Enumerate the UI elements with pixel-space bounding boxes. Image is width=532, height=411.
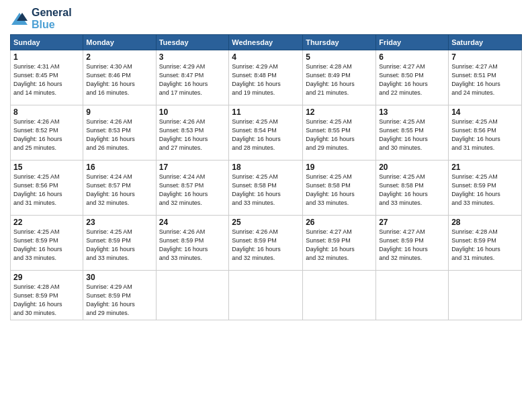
day-info: Sunrise: 4:26 AM Sunset: 8:53 PM Dayligh… <box>86 118 152 152</box>
day-number: 25 <box>232 218 300 227</box>
calendar-cell: 13Sunrise: 4:25 AM Sunset: 8:55 PM Dayli… <box>376 105 449 161</box>
calendar-cell: 21Sunrise: 4:25 AM Sunset: 8:59 PM Dayli… <box>449 161 522 216</box>
calendar-cell: 18Sunrise: 4:25 AM Sunset: 8:58 PM Dayli… <box>229 161 303 216</box>
calendar-table: SundayMondayTuesdayWednesdayThursdayFrid… <box>10 34 522 320</box>
day-info: Sunrise: 4:31 AM Sunset: 8:45 PM Dayligh… <box>13 62 80 97</box>
day-info: Sunrise: 4:25 AM Sunset: 8:58 PM Dayligh… <box>306 173 373 208</box>
calendar-cell: 9Sunrise: 4:26 AM Sunset: 8:53 PM Daylig… <box>83 105 156 161</box>
logo-text-line2: Blue <box>32 19 72 31</box>
day-number: 13 <box>379 107 445 117</box>
day-number: 3 <box>159 52 226 62</box>
calendar-cell <box>449 271 522 320</box>
calendar-week-row: 15Sunrise: 4:25 AM Sunset: 8:56 PM Dayli… <box>11 161 522 216</box>
day-info: Sunrise: 4:25 AM Sunset: 8:56 PM Dayligh… <box>13 173 80 208</box>
day-info: Sunrise: 4:25 AM Sunset: 8:58 PM Dayligh… <box>379 173 445 208</box>
calendar-cell: 8Sunrise: 4:26 AM Sunset: 8:52 PM Daylig… <box>11 105 83 161</box>
col-header-wednesday: Wednesday <box>229 35 303 50</box>
calendar-week-row: 8Sunrise: 4:26 AM Sunset: 8:52 PM Daylig… <box>11 105 522 161</box>
logo-icon <box>10 11 29 26</box>
calendar-cell: 7Sunrise: 4:27 AM Sunset: 8:51 PM Daylig… <box>449 50 522 105</box>
col-header-sunday: Sunday <box>11 35 83 50</box>
calendar-week-row: 1Sunrise: 4:31 AM Sunset: 8:45 PM Daylig… <box>11 50 522 105</box>
calendar-cell: 26Sunrise: 4:27 AM Sunset: 8:59 PM Dayli… <box>303 216 376 271</box>
calendar-cell: 20Sunrise: 4:25 AM Sunset: 8:58 PM Dayli… <box>376 161 449 216</box>
day-number: 15 <box>13 163 80 172</box>
calendar-cell <box>229 271 303 320</box>
day-info: Sunrise: 4:27 AM Sunset: 8:50 PM Dayligh… <box>379 62 445 97</box>
day-info: Sunrise: 4:30 AM Sunset: 8:46 PM Dayligh… <box>86 62 152 97</box>
day-info: Sunrise: 4:28 AM Sunset: 8:49 PM Dayligh… <box>306 62 373 97</box>
day-info: Sunrise: 4:26 AM Sunset: 8:59 PM Dayligh… <box>159 228 226 263</box>
col-header-monday: Monday <box>83 35 156 50</box>
day-info: Sunrise: 4:28 AM Sunset: 8:59 PM Dayligh… <box>451 228 519 263</box>
day-info: Sunrise: 4:29 AM Sunset: 8:48 PM Dayligh… <box>232 62 300 97</box>
calendar-cell <box>303 271 376 320</box>
calendar-cell: 1Sunrise: 4:31 AM Sunset: 8:45 PM Daylig… <box>11 50 83 105</box>
day-number: 28 <box>451 218 519 227</box>
day-number: 22 <box>13 218 80 227</box>
day-number: 27 <box>379 218 445 227</box>
day-number: 10 <box>159 107 226 117</box>
calendar-cell <box>156 271 229 320</box>
day-number: 26 <box>306 218 373 227</box>
day-number: 29 <box>13 273 80 282</box>
day-info: Sunrise: 4:25 AM Sunset: 8:55 PM Dayligh… <box>379 118 445 152</box>
calendar-cell: 29Sunrise: 4:28 AM Sunset: 8:59 PM Dayli… <box>11 271 83 320</box>
calendar-cell: 5Sunrise: 4:28 AM Sunset: 8:49 PM Daylig… <box>303 50 376 105</box>
calendar-cell: 25Sunrise: 4:26 AM Sunset: 8:59 PM Dayli… <box>229 216 303 271</box>
day-number: 2 <box>86 52 152 62</box>
day-info: Sunrise: 4:26 AM Sunset: 8:59 PM Dayligh… <box>232 228 300 263</box>
calendar-cell: 14Sunrise: 4:25 AM Sunset: 8:56 PM Dayli… <box>449 105 522 161</box>
day-number: 6 <box>379 52 445 62</box>
day-info: Sunrise: 4:27 AM Sunset: 8:59 PM Dayligh… <box>379 228 445 263</box>
calendar-cell: 24Sunrise: 4:26 AM Sunset: 8:59 PM Dayli… <box>156 216 229 271</box>
calendar-cell: 19Sunrise: 4:25 AM Sunset: 8:58 PM Dayli… <box>303 161 376 216</box>
calendar-cell: 4Sunrise: 4:29 AM Sunset: 8:48 PM Daylig… <box>229 50 303 105</box>
day-info: Sunrise: 4:28 AM Sunset: 8:59 PM Dayligh… <box>13 283 80 318</box>
day-number: 18 <box>232 163 300 172</box>
calendar-cell: 17Sunrise: 4:24 AM Sunset: 8:57 PM Dayli… <box>156 161 229 216</box>
day-number: 8 <box>13 107 80 117</box>
day-number: 23 <box>86 218 152 227</box>
day-info: Sunrise: 4:24 AM Sunset: 8:57 PM Dayligh… <box>86 173 152 208</box>
col-header-tuesday: Tuesday <box>156 35 229 50</box>
calendar-week-row: 29Sunrise: 4:28 AM Sunset: 8:59 PM Dayli… <box>11 271 522 320</box>
day-info: Sunrise: 4:24 AM Sunset: 8:57 PM Dayligh… <box>159 173 226 208</box>
day-info: Sunrise: 4:25 AM Sunset: 8:59 PM Dayligh… <box>13 228 80 263</box>
calendar-header-row: SundayMondayTuesdayWednesdayThursdayFrid… <box>11 35 522 50</box>
calendar-cell: 2Sunrise: 4:30 AM Sunset: 8:46 PM Daylig… <box>83 50 156 105</box>
day-info: Sunrise: 4:27 AM Sunset: 8:59 PM Dayligh… <box>306 228 373 263</box>
header: General Blue <box>10 7 522 30</box>
col-header-friday: Friday <box>376 35 449 50</box>
calendar-week-row: 22Sunrise: 4:25 AM Sunset: 8:59 PM Dayli… <box>11 216 522 271</box>
day-info: Sunrise: 4:29 AM Sunset: 8:47 PM Dayligh… <box>159 62 226 97</box>
calendar-cell: 3Sunrise: 4:29 AM Sunset: 8:47 PM Daylig… <box>156 50 229 105</box>
col-header-thursday: Thursday <box>303 35 376 50</box>
logo-text-line1: General <box>32 7 72 19</box>
day-number: 16 <box>86 163 152 172</box>
calendar-cell: 22Sunrise: 4:25 AM Sunset: 8:59 PM Dayli… <box>11 216 83 271</box>
day-number: 30 <box>86 273 152 282</box>
calendar-cell: 10Sunrise: 4:26 AM Sunset: 8:53 PM Dayli… <box>156 105 229 161</box>
page: General Blue SundayMondayTuesdayWednesda… <box>0 0 532 411</box>
calendar-cell <box>376 271 449 320</box>
day-info: Sunrise: 4:26 AM Sunset: 8:52 PM Dayligh… <box>13 118 80 152</box>
day-number: 17 <box>159 163 226 172</box>
calendar-cell: 28Sunrise: 4:28 AM Sunset: 8:59 PM Dayli… <box>449 216 522 271</box>
day-info: Sunrise: 4:26 AM Sunset: 8:53 PM Dayligh… <box>159 118 226 152</box>
day-info: Sunrise: 4:25 AM Sunset: 8:58 PM Dayligh… <box>232 173 300 208</box>
day-info: Sunrise: 4:29 AM Sunset: 8:59 PM Dayligh… <box>86 283 152 318</box>
day-number: 5 <box>306 52 373 62</box>
calendar-cell: 16Sunrise: 4:24 AM Sunset: 8:57 PM Dayli… <box>83 161 156 216</box>
day-info: Sunrise: 4:27 AM Sunset: 8:51 PM Dayligh… <box>451 62 519 97</box>
calendar-cell: 27Sunrise: 4:27 AM Sunset: 8:59 PM Dayli… <box>376 216 449 271</box>
day-number: 21 <box>451 163 519 172</box>
day-number: 11 <box>232 107 300 117</box>
calendar-cell: 15Sunrise: 4:25 AM Sunset: 8:56 PM Dayli… <box>11 161 83 216</box>
day-info: Sunrise: 4:25 AM Sunset: 8:54 PM Dayligh… <box>232 118 300 152</box>
day-number: 7 <box>451 52 519 62</box>
calendar-cell: 11Sunrise: 4:25 AM Sunset: 8:54 PM Dayli… <box>229 105 303 161</box>
day-info: Sunrise: 4:25 AM Sunset: 8:55 PM Dayligh… <box>306 118 373 152</box>
day-number: 20 <box>379 163 445 172</box>
day-info: Sunrise: 4:25 AM Sunset: 8:59 PM Dayligh… <box>451 173 519 208</box>
